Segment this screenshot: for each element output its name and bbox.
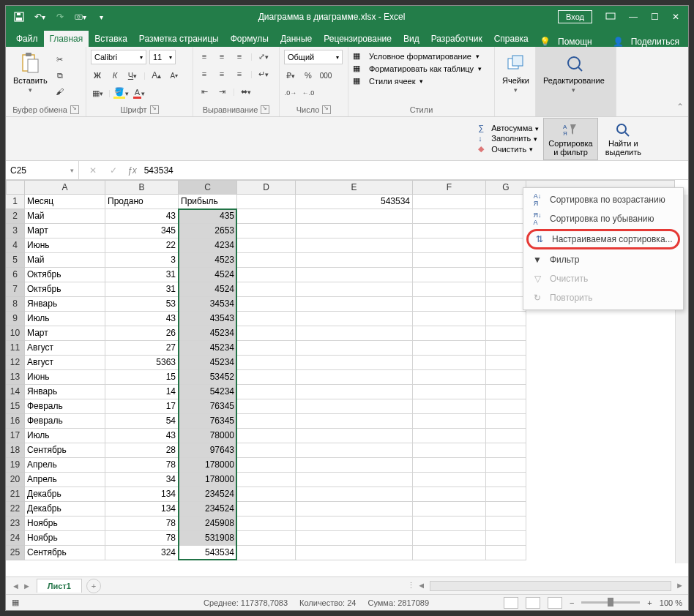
cell[interactable] — [237, 414, 296, 429]
close-icon[interactable]: ✕ — [672, 12, 679, 22]
cell-styles-button[interactable]: ▦Стили ячеек ▾ — [353, 76, 423, 86]
cell[interactable] — [486, 517, 526, 531]
cell[interactable]: Июль — [25, 312, 105, 326]
cell[interactable] — [296, 517, 413, 531]
cell[interactable]: Июль — [25, 429, 105, 443]
row-header-18[interactable]: 18 — [6, 443, 25, 458]
column-header-G[interactable]: G — [486, 180, 526, 195]
cell[interactable] — [296, 297, 413, 312]
cell[interactable] — [486, 297, 526, 312]
cell[interactable] — [413, 326, 486, 341]
cell[interactable]: 76345 — [179, 414, 237, 429]
row-header-6[interactable]: 6 — [6, 268, 25, 282]
cell[interactable] — [413, 399, 486, 414]
orientation-icon[interactable]: ⤢▾ — [257, 50, 270, 63]
row-header-25[interactable]: 25 — [6, 546, 25, 560]
cell[interactable]: 76345 — [179, 399, 237, 414]
tab-home[interactable]: Главная — [44, 31, 89, 47]
cell[interactable] — [486, 195, 526, 209]
cell[interactable]: Декабрь — [25, 502, 105, 517]
cell[interactable]: 4524 — [179, 282, 237, 297]
zoom-out-icon[interactable]: − — [570, 598, 574, 607]
cell[interactable]: 134 — [105, 487, 179, 502]
clear-button[interactable]: ◆Очистить ▾ — [478, 144, 539, 154]
align-bottom-icon[interactable]: ≡ — [233, 50, 246, 63]
cell[interactable] — [296, 443, 413, 458]
bold-icon[interactable]: Ж — [91, 69, 104, 82]
increase-indent-icon[interactable]: ⇥ — [215, 85, 228, 98]
cell[interactable] — [413, 517, 486, 531]
cell[interactable]: 543534 — [179, 546, 237, 560]
align-right-icon[interactable]: ≡ — [233, 67, 246, 80]
cell[interactable] — [237, 238, 296, 253]
minimize-icon[interactable]: — — [629, 12, 638, 22]
cell[interactable]: 45234 — [179, 341, 237, 356]
cell[interactable] — [486, 209, 526, 224]
cell[interactable] — [486, 238, 526, 253]
cell[interactable] — [413, 297, 486, 312]
increase-decimal-icon[interactable]: .0→ — [284, 86, 297, 99]
cell[interactable]: 178000 — [179, 458, 237, 473]
column-header-E[interactable]: E — [296, 180, 413, 195]
cell[interactable]: 345 — [105, 224, 179, 238]
cell[interactable]: Прибыль — [179, 195, 237, 209]
cell[interactable]: Февраль — [25, 399, 105, 414]
cut-icon[interactable]: ✂ — [53, 53, 67, 66]
cell[interactable]: Апрель — [25, 458, 105, 473]
cell[interactable] — [296, 238, 413, 253]
cell[interactable] — [237, 531, 296, 546]
cell[interactable]: 28 — [105, 443, 179, 458]
cell[interactable]: 4234 — [179, 238, 237, 253]
cell[interactable]: 543534 — [296, 195, 413, 209]
row-header-12[interactable]: 12 — [6, 356, 25, 370]
decrease-decimal-icon[interactable]: ←.0 — [302, 86, 315, 99]
cell[interactable]: Март — [25, 326, 105, 341]
menu-sort-asc[interactable]: А↓Я Сортировка по возрастанию — [523, 190, 683, 209]
cells-button[interactable]: Ячейки ▾ — [499, 50, 532, 95]
cell[interactable] — [486, 253, 526, 268]
copy-icon[interactable]: ⧉ — [53, 69, 67, 82]
cell[interactable]: Май — [25, 253, 105, 268]
cell[interactable] — [296, 458, 413, 473]
fill-button[interactable]: ↓Заполнить ▾ — [478, 134, 539, 143]
cell[interactable] — [296, 282, 413, 297]
cell[interactable]: Апрель — [25, 473, 105, 487]
border-icon[interactable]: ▦▾ — [91, 86, 104, 99]
row-header-1[interactable]: 1 — [6, 195, 25, 209]
cell[interactable] — [296, 268, 413, 282]
decrease-indent-icon[interactable]: ⇤ — [198, 85, 211, 98]
cell[interactable] — [486, 546, 526, 560]
cell[interactable] — [237, 399, 296, 414]
font-combo[interactable]: Calibri▾ — [91, 50, 146, 64]
cell[interactable] — [296, 385, 413, 399]
row-header-5[interactable]: 5 — [6, 253, 25, 268]
format-painter-icon[interactable]: 🖌 — [53, 85, 67, 98]
row-header-17[interactable]: 17 — [6, 429, 25, 443]
cell[interactable] — [237, 312, 296, 326]
name-box[interactable]: C25▾ — [6, 161, 79, 179]
horizontal-scrollbar[interactable] — [430, 581, 671, 591]
row-header-14[interactable]: 14 — [6, 385, 25, 399]
cell[interactable] — [486, 443, 526, 458]
conditional-formatting-button[interactable]: ▦Условное форматирование ▾ — [353, 51, 480, 61]
cell[interactable]: Август — [25, 356, 105, 370]
tab-developer[interactable]: Разработчик — [425, 31, 488, 47]
cell[interactable] — [237, 356, 296, 370]
fill-color-icon[interactable]: 🪣▾ — [115, 86, 128, 99]
redo-icon[interactable]: ↷ — [54, 11, 66, 23]
cell[interactable]: Ноябрь — [25, 517, 105, 531]
select-all-corner[interactable] — [6, 180, 25, 195]
number-format-combo[interactable]: Общий▾ — [284, 50, 343, 64]
camera-icon[interactable]: ▾ — [75, 11, 86, 23]
column-header-D[interactable]: D — [237, 180, 296, 195]
cell[interactable]: 178000 — [179, 473, 237, 487]
cell[interactable] — [413, 429, 486, 443]
cell[interactable] — [237, 487, 296, 502]
tab-data[interactable]: Данные — [275, 31, 318, 47]
cell[interactable] — [237, 370, 296, 385]
cell[interactable]: 34534 — [179, 297, 237, 312]
zoom-slider[interactable] — [581, 601, 640, 604]
row-header-19[interactable]: 19 — [6, 458, 25, 473]
cell[interactable] — [413, 487, 486, 502]
cell[interactable]: 78 — [105, 517, 179, 531]
